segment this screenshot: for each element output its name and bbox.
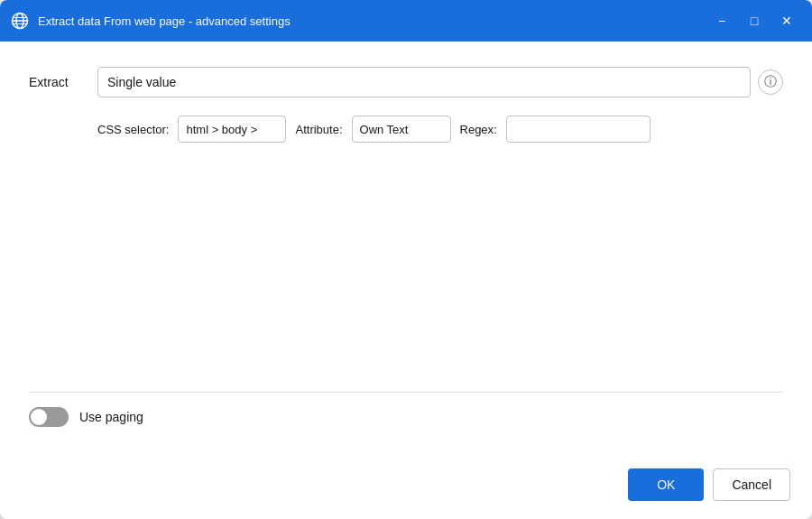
css-selector-label: CSS selector: [97,123,169,136]
css-selector-input[interactable] [178,116,286,143]
maximize-button[interactable]: □ [740,8,769,33]
extract-select-wrapper: Single value List of values Table ⓘ [97,67,783,97]
dialog-container: Extract data From web page - advanced se… [0,0,812,519]
regex-label: Regex: [460,123,497,136]
extract-row: Extract Single value List of values Tabl… [29,67,783,97]
use-paging-toggle[interactable] [29,407,69,427]
globe-icon [11,12,29,30]
info-button[interactable]: ⓘ [758,70,783,95]
dialog-footer: OK Cancel [0,456,812,519]
title-bar: Extract data From web page - advanced se… [0,0,812,42]
dialog-title: Extract data From web page - advanced se… [38,14,707,28]
extract-select[interactable]: Single value List of values Table [97,67,751,97]
minimize-button[interactable]: − [707,8,736,33]
extract-label: Extract [29,75,83,89]
window-controls: − □ ✕ [707,8,801,33]
close-button[interactable]: ✕ [772,8,801,33]
css-selector-row: CSS selector: Attribute: Regex: [97,116,783,143]
attribute-label: Attribute: [295,123,342,136]
regex-input[interactable] [506,116,651,143]
paging-label: Use paging [79,410,143,424]
ok-button[interactable]: OK [628,468,704,501]
cancel-button[interactable]: Cancel [713,468,790,501]
dialog-body: Extract Single value List of values Tabl… [0,42,812,456]
attribute-input[interactable] [352,116,451,143]
toggle-knob [31,409,47,425]
body-spacer [29,157,783,392]
paging-row: Use paging [29,392,783,441]
